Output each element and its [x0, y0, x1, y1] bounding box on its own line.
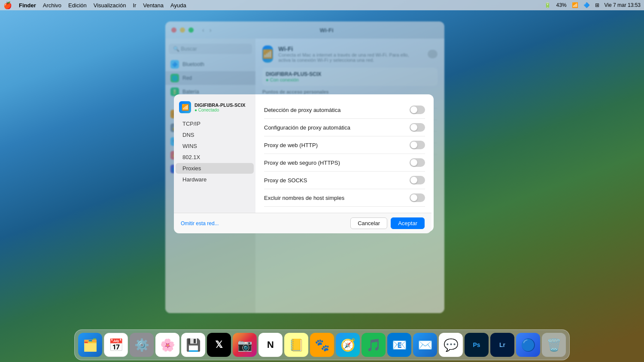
proxy-exclude-toggle[interactable]: [410, 193, 425, 202]
minimize-button[interactable]: [180, 27, 185, 33]
sidebar-nav-8021x[interactable]: 802.1X: [176, 152, 254, 163]
menu-ayuda[interactable]: Ayuda: [170, 2, 186, 9]
system-prefs-icon[interactable]: ⚙️: [130, 333, 154, 357]
menu-ir[interactable]: Ir: [133, 2, 136, 9]
proxy-socks-label: Proxy de SOCKS: [264, 177, 307, 184]
proxy-http-label: Proxy de web (HTTP): [264, 142, 318, 148]
calendar-icon[interactable]: 📅: [104, 333, 128, 357]
menu-archivo[interactable]: Archivo: [43, 2, 61, 9]
window-titlebar: ‹ › Wi-Fi: [165, 21, 444, 39]
photoshop-icon[interactable]: Ps: [465, 333, 489, 357]
connected-dot: ●: [266, 77, 269, 82]
menubar: 🍎 Finder Archivo Edición Visualización I…: [0, 0, 644, 10]
spotify-icon[interactable]: 🎵: [361, 333, 386, 357]
accept-button[interactable]: Aceptar: [391, 217, 425, 229]
lightroom-icon[interactable]: Lr: [490, 333, 514, 357]
outlook-icon[interactable]: 📧: [387, 333, 411, 357]
sidebar-red: 🌐 Red: [165, 71, 255, 85]
sidebar-nav-dns[interactable]: DNS: [176, 130, 254, 140]
notes-icon[interactable]: 📒: [284, 333, 308, 357]
wifi-header: 📶 Wi-Fi Conecta el Mac a internet a trav…: [262, 45, 437, 63]
network-name: DIGIFIBRA-PLUS-SCIX: [266, 71, 434, 77]
proxy-https-label: Proxy de web seguro (HTTPS): [264, 160, 340, 166]
app-name[interactable]: Finder: [19, 2, 36, 9]
menubar-left: 🍎 Finder Archivo Edición Visualización I…: [3, 1, 186, 9]
proxy-row-http: Proxy de web (HTTP): [264, 136, 425, 154]
proxy-main-panel: Detección de proxy automática Configurac…: [255, 94, 434, 232]
network-sidebar-icon: 🌐: [170, 74, 179, 82]
instagram-icon[interactable]: 📷: [233, 333, 257, 357]
apple-menu[interactable]: 🍎: [3, 1, 12, 9]
proxy-auto-detect-label: Detección de proxy automática: [264, 107, 340, 113]
nav-back-icon[interactable]: ‹: [202, 27, 204, 33]
slack-icon[interactable]: 💬: [439, 333, 463, 357]
proxy-http-toggle[interactable]: [410, 141, 425, 149]
access-points-header: Puntos de acceso personales: [262, 89, 437, 94]
finder-icon[interactable]: 🗂️: [78, 333, 102, 357]
bluetooth-icon: 🔷: [583, 2, 590, 8]
wifi-icon-large: 📶: [262, 45, 273, 63]
connected-network-row: DIGIFIBRA-PLUS-SCIX ● Con conexión: [262, 68, 437, 86]
clock: Vie 7 mar 13:53: [605, 2, 641, 8]
proxy-row-auto-config: Configuración de proxy automática: [264, 119, 425, 136]
sidebar-network-name: DIGIFIBRA-PLUS-SCIX: [194, 103, 246, 108]
maximize-button[interactable]: [188, 27, 194, 33]
x-icon[interactable]: 𝕏: [207, 333, 231, 357]
sidebar-nav-proxies[interactable]: Proxies: [176, 163, 254, 174]
sidebar-connected-label: Conectado: [194, 108, 246, 112]
battery-icon: 🔋: [544, 2, 551, 8]
cancel-button[interactable]: Cancelar: [350, 217, 387, 229]
proxy-socks-toggle[interactable]: [410, 176, 425, 184]
wifi-status-icon: 📶: [572, 2, 578, 8]
proxy-row-https: Proxy de web seguro (HTTPS): [264, 154, 425, 172]
proxy-row-auto-detect: Detección de proxy automática: [264, 101, 425, 119]
menu-edicion[interactable]: Edición: [68, 2, 87, 9]
proxy-row-socks: Proxy de SOCKS: [264, 172, 425, 189]
proxy-sidebar-header: 📶 DIGIFIBRA-PLUS-SCIX Conectado: [174, 98, 255, 115]
sidebar-bluetooth: 🔷 Bluetooth: [165, 57, 255, 71]
bluetooth-sidebar-icon: 🔷: [170, 60, 179, 69]
proxy-https-toggle[interactable]: [410, 158, 425, 167]
notion-icon[interactable]: N: [258, 333, 283, 357]
sidebar-nav-hardware[interactable]: Hardware: [176, 174, 254, 185]
paw-icon[interactable]: 🐾: [310, 333, 334, 357]
wifi-description: Wi-Fi Conecta el Mac a internet a través…: [278, 45, 422, 63]
trash-icon[interactable]: 🗑️: [542, 333, 566, 357]
omit-network-button[interactable]: Omitir esta red...: [181, 219, 219, 228]
menu-extras-icon: ⊞: [595, 2, 599, 8]
wifi-toggle: [428, 50, 437, 58]
proxy-button-group: Cancelar Aceptar: [350, 217, 425, 229]
proxy-row-exclude: Excluir nombres de host simples: [264, 189, 425, 207]
close-button[interactable]: [171, 27, 176, 33]
proxy-sidebar: 📶 DIGIFIBRA-PLUS-SCIX Conectado TCP/IP D…: [174, 94, 255, 232]
window-title: Wi-Fi: [320, 27, 334, 33]
proxy-auto-config-label: Configuración de proxy automática: [264, 124, 350, 131]
sidebar-nav-tcpip[interactable]: TCP/IP: [176, 118, 254, 129]
proxy-footer: Omitir esta red... Cancelar Aceptar: [174, 213, 431, 233]
safari-icon[interactable]: 🧭: [336, 333, 360, 357]
proxy-auto-config-toggle[interactable]: [410, 123, 425, 132]
proxy-sidebar-nav: TCP/IP DNS WINS 802.1X Proxies Hardware: [174, 118, 255, 185]
wifi-small-icon: 📶: [179, 101, 191, 113]
search-bar: 🔍 Buscar: [169, 44, 252, 54]
mail-icon[interactable]: ✉️: [413, 333, 437, 357]
menubar-right: 🔋 43% 📶 🔷 ⊞ Vie 7 mar 13:53: [544, 2, 641, 8]
dock: 🗂️ 📅 ⚙️ 🌸 💾 𝕏 📷 N 📒 🐾 🧭 🎵 📧 ✉️ 💬 Ps Lr 🔵…: [74, 329, 570, 360]
battery-percentage: 43%: [556, 2, 566, 8]
drive-icon[interactable]: 💾: [181, 333, 205, 357]
nav-forward-icon[interactable]: ›: [210, 27, 212, 33]
proxyman-icon[interactable]: 🔵: [516, 333, 540, 357]
proxy-auto-detect-toggle[interactable]: [410, 106, 425, 114]
photos-icon[interactable]: 🌸: [155, 333, 179, 357]
proxy-exclude-label: Excluir nombres de host simples: [264, 195, 344, 201]
menu-visualizacion[interactable]: Visualización: [94, 2, 126, 9]
sidebar-network-info: DIGIFIBRA-PLUS-SCIX Conectado: [194, 103, 246, 112]
menu-ventana[interactable]: Ventana: [143, 2, 164, 9]
sidebar-nav-wins[interactable]: WINS: [176, 141, 254, 151]
